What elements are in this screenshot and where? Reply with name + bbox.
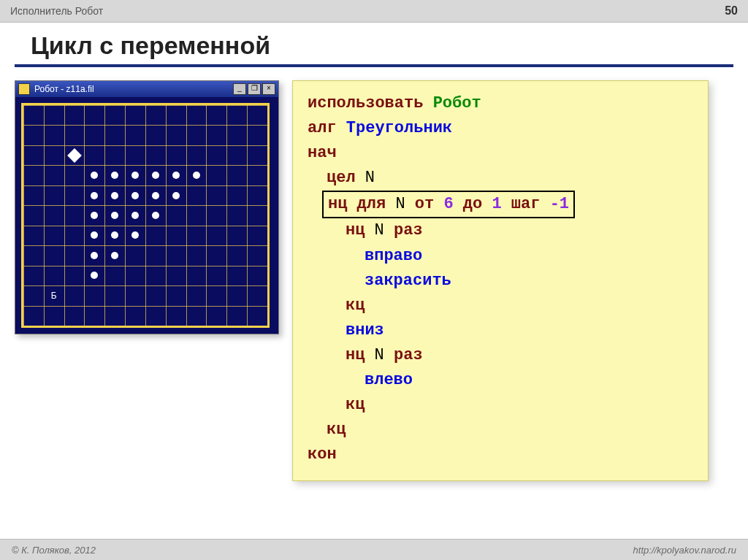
- code-line-inner1: нц N раз: [308, 218, 693, 243]
- painted-cell-dot: [193, 172, 200, 179]
- breadcrumb: Исполнитель Робот: [10, 5, 103, 17]
- painted-cell-dot: [91, 172, 98, 179]
- robot-titlebar[interactable]: Робот - z11a.fil _ ❐ ×: [15, 81, 278, 97]
- painted-cell-dot: [152, 212, 159, 219]
- maximize-button[interactable]: ❐: [248, 83, 261, 95]
- code-panel: использовать Робот алг Треугольник нач ц…: [292, 80, 709, 481]
- painted-cell-dot: [131, 172, 139, 179]
- painted-cell-dot: [91, 231, 98, 239]
- painted-cell-dot: [111, 172, 118, 179]
- robot-grid: Б: [21, 103, 270, 328]
- footer-url: http://kpolyakov.narod.ru: [633, 545, 736, 556]
- painted-cell-dot: [152, 172, 159, 179]
- copyright: © К. Поляков, 2012: [12, 545, 96, 556]
- code-line-kc1: кц: [308, 294, 693, 318]
- footer-bar: © К. Поляков, 2012 http://kpolyakov.naro…: [0, 539, 748, 560]
- content-row: Робот - z11a.fil _ ❐ × Б использовать Ро…: [0, 80, 748, 481]
- robot-app-icon: [18, 83, 30, 95]
- code-line-decl: цел N: [308, 166, 693, 191]
- header-bar: Исполнитель Робот 50: [0, 0, 748, 23]
- grid-lines: [23, 105, 267, 326]
- painted-cell-dot: [111, 252, 118, 259]
- code-line-paint: закрасить: [308, 269, 693, 294]
- painted-cell-dot: [91, 192, 98, 199]
- page-number: 50: [725, 4, 738, 18]
- painted-cell-dot: [172, 192, 180, 199]
- code-line-begin: нач: [308, 141, 693, 166]
- painted-cell-dot: [131, 192, 139, 199]
- minimize-button[interactable]: _: [233, 83, 246, 95]
- painted-cell-dot: [152, 192, 159, 199]
- painted-cell-dot: [172, 172, 180, 179]
- code-line-inner2: нц N раз: [308, 343, 693, 368]
- painted-cell-dot: [91, 272, 98, 279]
- title-underline: [15, 64, 733, 67]
- painted-cell-dot: [111, 231, 118, 239]
- code-line-kc3: кц: [308, 418, 693, 442]
- robot-window-title: Робот - z11a.fil: [34, 84, 94, 94]
- painted-cell-dot: [111, 192, 118, 199]
- painted-cell-dot: [91, 252, 98, 259]
- painted-cell-dot: [111, 212, 118, 219]
- code-line-end: кон: [308, 442, 693, 467]
- code-line-down: вниз: [308, 318, 693, 343]
- painted-cell-dot: [131, 212, 139, 219]
- painted-cell-dot: [131, 231, 139, 239]
- robot-window: Робот - z11a.fil _ ❐ × Б: [15, 80, 279, 334]
- painted-cell-dot: [91, 212, 98, 219]
- base-label: Б: [51, 291, 57, 301]
- slide: Исполнитель Робот 50 Цикл с переменной Р…: [0, 0, 748, 560]
- code-line-for: нц для N от 6 до 1 шаг -1: [308, 191, 693, 218]
- robot-grid-container: Б: [15, 97, 278, 334]
- page-title: Цикл с переменной: [31, 31, 748, 60]
- close-button[interactable]: ×: [262, 83, 275, 95]
- code-line-kc2: кц: [308, 393, 693, 418]
- code-line-left: влево: [308, 368, 693, 393]
- code-line-alg: алг Треугольник: [308, 116, 693, 141]
- code-line-use: использовать Робот: [308, 91, 693, 116]
- code-line-right: вправо: [308, 244, 693, 269]
